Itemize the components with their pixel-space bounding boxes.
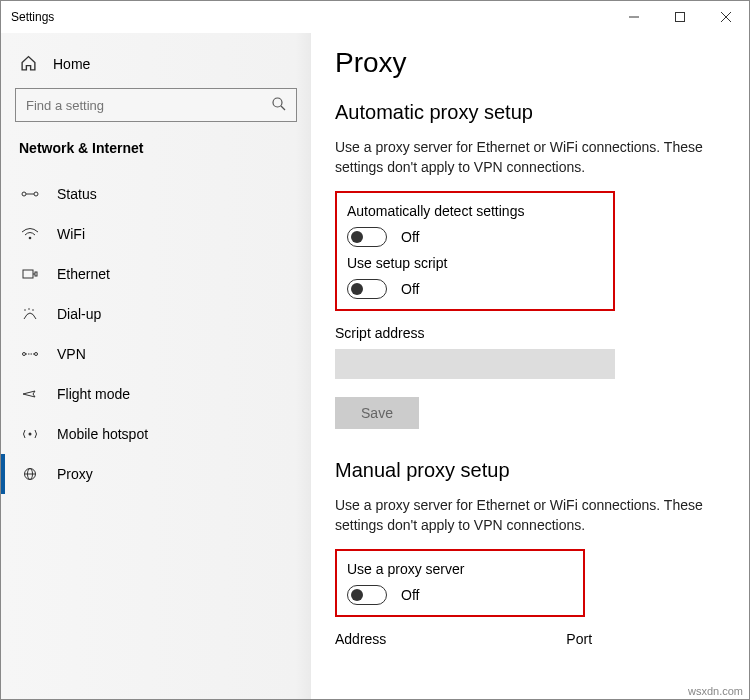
wifi-icon: [21, 227, 39, 241]
svg-point-19: [29, 433, 32, 436]
sidebar-item-hotspot[interactable]: Mobile hotspot: [15, 414, 297, 454]
svg-line-5: [281, 106, 285, 110]
svg-rect-10: [23, 270, 33, 278]
setup-script-toggle[interactable]: [347, 279, 387, 299]
svg-point-6: [22, 192, 26, 196]
home-icon: [19, 55, 37, 72]
svg-point-16: [23, 353, 26, 356]
auto-section-heading: Automatic proxy setup: [335, 101, 725, 124]
ethernet-icon: [21, 267, 39, 281]
close-button[interactable]: [703, 1, 749, 33]
svg-point-17: [35, 353, 38, 356]
sidebar-item-ethernet[interactable]: Ethernet: [15, 254, 297, 294]
sidebar-item-dialup[interactable]: Dial-up: [15, 294, 297, 334]
window-controls: [611, 1, 749, 33]
sidebar-item-label: WiFi: [57, 226, 85, 242]
manual-highlight-box: Use a proxy server Off: [335, 549, 585, 617]
globe-icon: [21, 467, 39, 481]
script-address-input[interactable]: [335, 349, 615, 379]
detect-settings-toggle[interactable]: [347, 227, 387, 247]
dialup-icon: [21, 307, 39, 321]
sidebar-item-flightmode[interactable]: Flight mode: [15, 374, 297, 414]
sidebar-item-label: Status: [57, 186, 97, 202]
sidebar-item-label: VPN: [57, 346, 86, 362]
auto-highlight-box: Automatically detect settings Off Use se…: [335, 191, 615, 311]
sidebar-item-status[interactable]: Status: [15, 174, 297, 214]
manual-section-desc: Use a proxy server for Ethernet or WiFi …: [335, 496, 715, 535]
port-label: Port: [566, 631, 592, 647]
svg-point-13: [24, 309, 26, 311]
sidebar-item-proxy[interactable]: Proxy: [15, 454, 297, 494]
hotspot-icon: [21, 427, 39, 441]
save-button[interactable]: Save: [335, 397, 419, 429]
sidebar-item-label: Ethernet: [57, 266, 110, 282]
page-title: Proxy: [335, 47, 725, 79]
sidebar-item-vpn[interactable]: VPN: [15, 334, 297, 374]
setup-script-label: Use setup script: [347, 255, 601, 271]
status-icon: [21, 187, 39, 201]
script-address-label: Script address: [335, 325, 725, 341]
search-icon: [271, 96, 287, 112]
use-proxy-label: Use a proxy server: [347, 561, 571, 577]
detect-settings-label: Automatically detect settings: [347, 203, 601, 219]
search-input[interactable]: [15, 88, 297, 122]
home-label: Home: [53, 56, 90, 72]
use-proxy-state: Off: [401, 587, 419, 603]
detect-settings-state: Off: [401, 229, 419, 245]
setup-script-state: Off: [401, 281, 419, 297]
address-label: Address: [335, 631, 386, 647]
sidebar: Home Network & Internet Status WiFi Ethe…: [1, 33, 311, 700]
svg-point-7: [34, 192, 38, 196]
svg-point-15: [32, 309, 34, 311]
svg-point-14: [28, 308, 30, 310]
svg-point-9: [29, 237, 32, 240]
search-box[interactable]: [15, 88, 297, 122]
main-content: Proxy Automatic proxy setup Use a proxy …: [311, 33, 749, 700]
svg-point-4: [273, 98, 282, 107]
home-nav[interactable]: Home: [15, 51, 297, 84]
watermark: wsxdn.com: [688, 685, 743, 697]
auto-section-desc: Use a proxy server for Ethernet or WiFi …: [335, 138, 715, 177]
svg-rect-1: [676, 13, 685, 22]
maximize-button[interactable]: [657, 1, 703, 33]
airplane-icon: [21, 387, 39, 401]
sidebar-item-label: Mobile hotspot: [57, 426, 148, 442]
sidebar-item-label: Dial-up: [57, 306, 101, 322]
use-proxy-toggle[interactable]: [347, 585, 387, 605]
window-title: Settings: [11, 10, 54, 24]
manual-section-heading: Manual proxy setup: [335, 459, 725, 482]
svg-rect-11: [35, 272, 37, 276]
category-header: Network & Internet: [19, 140, 297, 156]
vpn-icon: [21, 347, 39, 361]
sidebar-item-label: Proxy: [57, 466, 93, 482]
titlebar: Settings: [1, 1, 749, 33]
sidebar-item-wifi[interactable]: WiFi: [15, 214, 297, 254]
minimize-button[interactable]: [611, 1, 657, 33]
sidebar-item-label: Flight mode: [57, 386, 130, 402]
